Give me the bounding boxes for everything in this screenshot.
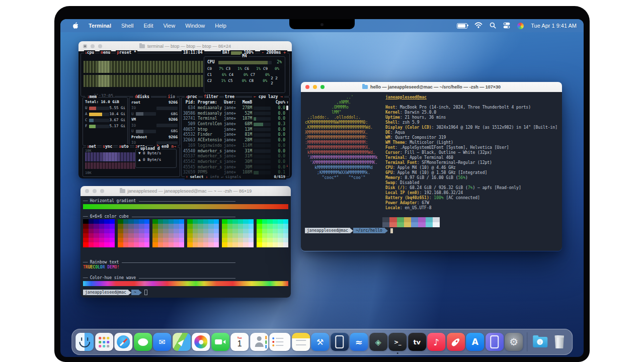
process-row[interactable]: 32741Terminaljane+187M0.0	[182, 116, 289, 122]
menubar-app-name[interactable]: Terminal	[84, 23, 116, 29]
dock-icon-music[interactable]: ♪	[427, 333, 445, 351]
proc-scrollbar-thumb[interactable]	[286, 106, 288, 110]
btop-tab-ync[interactable]: sync	[102, 144, 113, 149]
disks-tab[interactable]: ddisks	[133, 95, 151, 100]
dock-icon-simulator[interactable]	[331, 333, 349, 351]
btop-tab-proc[interactable]: 4proc	[185, 95, 198, 100]
menu-item-help[interactable]: Help	[210, 23, 231, 29]
disk-name-row: VM926G	[131, 117, 178, 123]
dock-icon-xcode[interactable]: ⚒	[311, 333, 329, 351]
minimize-button[interactable]	[313, 85, 317, 89]
dock-icon-finder[interactable]	[75, 333, 94, 351]
disks-io-tab[interactable]: iio	[167, 95, 177, 100]
btop-tab-enu[interactable]: menu	[100, 50, 111, 55]
process-row[interactable]: 169loginwindojane+114M0.0	[182, 143, 289, 149]
process-row[interactable]: 45542mdworker_sjane+30M0.0	[182, 159, 289, 165]
process-row[interactable]: 30586mediaanalyjane+52M0.0	[182, 111, 289, 116]
colors-titlebar[interactable]: janeappleseed — janeappleseed@mac — ~ — …	[80, 186, 291, 196]
proc-footer: ↑select ↓info ↵signals 0/619	[185, 174, 286, 179]
btop-tab-cpu[interactable]: 1cpu	[84, 50, 95, 55]
dock-icon-reminders[interactable]	[269, 333, 290, 351]
zoom-button[interactable]	[98, 44, 102, 48]
close-button[interactable]	[83, 44, 87, 48]
zoom-button[interactable]	[320, 85, 325, 89]
battery-icon[interactable]	[457, 23, 467, 29]
dock-icon-facetime[interactable]	[211, 333, 229, 351]
control-center-icon[interactable]	[503, 22, 510, 30]
mem-row-A: A10.4 Gi	[85, 111, 125, 117]
dock-icon-terminal[interactable]: >_	[388, 333, 407, 351]
dock-icon-iphone-mirroring[interactable]	[486, 333, 504, 351]
close-button[interactable]	[305, 85, 309, 89]
dock-icon-notes[interactable]	[292, 333, 310, 351]
btop-tab-ilter[interactable]: filter	[203, 95, 219, 100]
process-row[interactable]: 40657btopjane+13M0.0	[182, 127, 289, 132]
info-line: Kernel: Darwin 25.0.0	[385, 110, 557, 115]
section-sine-wave: ──Color-hue sine wave	[83, 276, 235, 281]
dock-icon-maps[interactable]	[173, 333, 191, 351]
dock-icon-calendar[interactable]: Tue1	[230, 333, 249, 351]
process-row[interactable]: 45545mdworker_sjane+30M0.0	[182, 164, 289, 170]
process-row[interactable]: 509ControlCenjane+68M0.3	[182, 122, 289, 127]
dock-icon-downloads[interactable]: ↓	[531, 333, 549, 351]
mem-tab[interactable]: 2mem	[86, 95, 98, 100]
net-scale-bottom: 10K	[85, 170, 92, 175]
colors-window[interactable]: janeappleseed — janeappleseed@mac — ~ — …	[80, 186, 291, 298]
cpu-core-box: M4 CPU 2% C07%C31%C61%C90%C16%C40%C70%C2…	[204, 56, 285, 93]
info-line: DE: Aqua	[385, 130, 557, 135]
btop-tab-tree[interactable]: tree	[224, 95, 235, 100]
btop-terminal[interactable]: 1cpumenupreset * 18:11:04 BAT100% - 2000…	[78, 51, 292, 178]
minimize-button[interactable]	[93, 189, 97, 193]
dock-icon-contacts[interactable]	[250, 333, 268, 351]
proc-count: 0/619	[274, 174, 285, 179]
upload-speed: ▲ 0 Byte/s	[138, 157, 174, 162]
dock-icon-launchpad[interactable]	[95, 333, 113, 351]
menu-item-shell[interactable]: Shell	[116, 23, 138, 29]
btop-tab-uto[interactable]: auto	[118, 144, 129, 149]
menubar-clock[interactable]: Tue Apr 1 9:41 AM	[531, 23, 577, 29]
process-row[interactable]: 634mediaanalyjane+278M0.0	[182, 106, 289, 111]
process-row[interactable]: 45537mdworker_sjane+31M0.0	[182, 154, 289, 159]
search-icon[interactable]	[490, 22, 496, 30]
close-button[interactable]	[85, 189, 89, 193]
dock-icon-mail[interactable]: ✉	[153, 333, 171, 351]
proc-sort-mode[interactable]: ← cpu lazy →	[252, 95, 284, 100]
update-interval[interactable]: - 2000ms +	[260, 50, 287, 55]
dock-icon-tv[interactable]: tv	[408, 333, 426, 351]
zoom-button[interactable]	[100, 189, 104, 193]
wifi-icon[interactable]	[474, 22, 482, 29]
hello-terminal[interactable]: ..' ,xNMM. .OMMMMo lMM" .;loddo:. .ollod…	[301, 92, 562, 251]
process-row[interactable]: 32663ACExtensiojane+28M0.0	[182, 138, 289, 143]
cursor	[144, 290, 147, 295]
info-line: WM: Quartz Compositor 319	[385, 135, 557, 140]
dock-icon-trash[interactable]	[550, 333, 569, 351]
colors-terminal[interactable]: ──Horizontal gradient ──6×6×6 color cube…	[80, 196, 291, 298]
btop-net-panel: 3netsyncautozero ←b en0 n→ 10K 10K uploa…	[83, 147, 180, 177]
mem-rows: U5.55 GiA10.4 GiC3.67 GiF5.17 Gi	[83, 105, 127, 129]
menu-item-edit[interactable]: Edit	[139, 23, 158, 29]
btop-tab-reset[interactable]: preset *	[116, 50, 137, 55]
dock-icon-app-store[interactable]: A	[466, 333, 484, 351]
dock-icon-sf-symbols[interactable]: ◈	[369, 333, 387, 351]
menu-item-view[interactable]: View	[158, 23, 180, 29]
btop-titlebar[interactable]: terminal — btop — btop — btop — 86×24	[78, 41, 292, 51]
hello-window[interactable]: hello — janeappleseed@mac — ~/src/hello …	[301, 82, 562, 251]
dock-icon-messages[interactable]	[134, 333, 152, 351]
process-row[interactable]: 45532Finderjane+81M0.0	[182, 132, 289, 138]
cpu-core-row: C07%C31%C61%C90%	[207, 66, 282, 72]
btop-window[interactable]: terminal — btop — btop — btop — 86×24 1c…	[78, 41, 292, 178]
menu-item-window[interactable]: Window	[180, 23, 210, 29]
apple-menu-icon[interactable]	[67, 22, 84, 29]
dock-icon-photos[interactable]	[192, 333, 210, 351]
minimize-button[interactable]	[91, 44, 95, 48]
shell-prompt[interactable]: janeappleseed@mac~	[83, 290, 147, 295]
dock-icon-instruments[interactable]: ≈	[350, 333, 368, 351]
shell-prompt[interactable]: janeappleseed@mac~/src/hello	[305, 228, 393, 233]
dock-icon-system-settings[interactable]: ⚙	[505, 333, 523, 351]
process-row[interactable]: 45540mdworker_sjane+31M0.0	[182, 148, 289, 154]
color-circle-icon[interactable]	[517, 23, 524, 29]
proc-scroll-down-icon[interactable]: ↓	[286, 163, 288, 168]
hello-titlebar[interactable]: hello — janeappleseed@mac — ~/src/hello …	[301, 82, 562, 92]
dock-icon-rocket[interactable]	[447, 333, 465, 351]
dock-icon-safari[interactable]	[114, 333, 132, 351]
